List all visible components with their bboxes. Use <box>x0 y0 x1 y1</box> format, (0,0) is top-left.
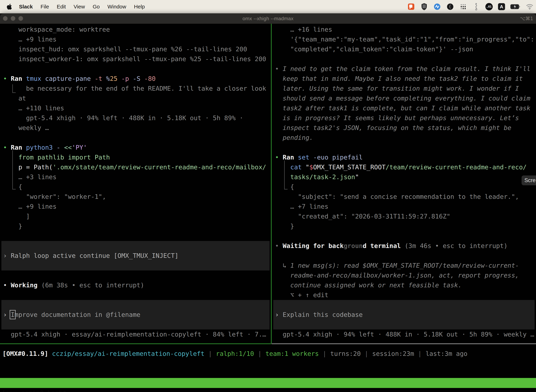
text-segment: OMX_TEAM_STATE_ROOT <box>313 163 386 171</box>
text-segment: • <box>275 154 282 161</box>
thinking-line: inspect task2's JSON, focusing on the st… <box>272 123 536 133</box>
moon-swoosh-icon[interactable] <box>446 3 454 10</box>
tmux-status-bar: [omx-cczip0:bash* "MacBook-Pro-44.local"… <box>0 378 536 388</box>
menu-go[interactable]: Go <box>93 4 100 10</box>
terminal-line-left-24 <box>1 261 270 271</box>
code-line: p = Path('.omx/state/team/review-current… <box>0 162 271 172</box>
thinking-line: is in progress? It seems likely but perh… <box>272 113 536 123</box>
status-segment: | <box>254 350 266 357</box>
command-output-line: at <box>0 93 271 103</box>
command-output-line: gpt-5.4 xhigh · 94% left · 488K in · 5.1… <box>0 113 271 123</box>
text-segment <box>275 173 290 181</box>
terminal-line-right-12 <box>272 143 536 152</box>
prompt-input[interactable]: › Explain this codebase <box>273 310 535 320</box>
status-segment: | <box>205 350 216 357</box>
status-segment: session:23m <box>372 350 414 357</box>
text-segment: 1 new msg(s): read $OMX_TEAM_STATE_ROOT/… <box>290 262 519 269</box>
menu-view[interactable]: View <box>73 4 85 10</box>
terminal-line-left-30 <box>1 320 270 330</box>
text-segment: be necessary for the end of the README. … <box>3 85 266 92</box>
terminal-line-left-22 <box>1 241 270 251</box>
text-segment: Ralph loop active continue [OMX_TMUX_INJ… <box>11 252 178 259</box>
output-connector <box>284 160 287 190</box>
text-segment: › <box>3 252 11 259</box>
menu-edit[interactable]: Edit <box>57 4 66 10</box>
prompt-input[interactable]: › Improve documentation in @filename <box>1 310 270 320</box>
shield-grid-icon[interactable] <box>420 3 428 10</box>
collapsed-lines-indicator: … +7 lines <box>272 202 536 211</box>
text-segment: "worker": "worker-1", <box>3 193 106 200</box>
config-line: inspect_hud: omx sparkshell --tmux-pane … <box>0 44 271 54</box>
working-status-line: • Working (6m 38s • esc to interrupt) <box>0 280 271 290</box>
mailbox-notice-line: continue assigned work or next feasible … <box>272 280 536 290</box>
text-segment: -euo pipefail <box>313 154 363 161</box>
config-line: workspace_mode: worktree <box>0 25 271 34</box>
battery-icon[interactable] <box>510 3 521 10</box>
tmux-pane-left[interactable]: workspace_mode: worktree … +9 lines insp… <box>0 24 271 392</box>
menu-file[interactable]: File <box>40 4 49 10</box>
battery-badge-label: ..61 <box>487 5 492 9</box>
text-segment: Ran <box>11 75 26 82</box>
text-segment: workspace_mode: worktree <box>3 26 110 33</box>
text-segment: 25 <box>110 75 121 82</box>
json-output-line: "worker": "worker-1", <box>0 192 271 202</box>
text-segment: … +16 lines <box>275 26 332 33</box>
text-segment: (6m 38s • esc to interrupt) <box>38 281 144 289</box>
ralph-loop-status-line: › Ralph loop active continue [OMX_TMUX_I… <box>1 251 270 261</box>
terminal-line-right-28 <box>273 300 535 310</box>
terminal-window: omx --xhigh --madmax ⌥⌘1 workspace_mode:… <box>0 13 536 392</box>
text-segment: task2 after task1 is complete, but can I… <box>275 104 530 112</box>
input-source-icon[interactable]: A <box>498 3 505 10</box>
ran-command-line: • Ran set -euo pipefail <box>272 152 536 162</box>
code-line: from pathlib import Path <box>0 152 271 162</box>
window-shortcut-badge: ⌥⌘1 <box>520 13 533 24</box>
text-segment: /team/review-current-readme-and-reco/ <box>386 163 527 171</box>
text-segment: • <box>3 281 11 289</box>
battery-badge-icon[interactable]: ..61 <box>485 3 493 10</box>
text-segment: "created_at": "2026-03-31T11:59:27.816Z" <box>275 213 450 220</box>
route-icon[interactable] <box>472 3 480 10</box>
blue-sync-icon[interactable] <box>433 3 441 10</box>
menu-app-name[interactable]: Slack <box>19 4 33 10</box>
screen-share-tooltip: Scre <box>522 175 536 185</box>
model-status-line: gpt-5.4 xhigh · essay/ai-reimplementatio… <box>0 330 271 339</box>
chat-app-icon[interactable] <box>407 3 415 10</box>
ran-command-line: • Ran python3 - <<'PY' <box>0 143 271 152</box>
text-segment: groun <box>344 242 363 249</box>
json-output-line: } <box>272 221 536 231</box>
terminal-line-right-23 <box>272 251 536 261</box>
window-titlebar[interactable]: omx --xhigh --madmax ⌥⌘1 <box>0 13 536 24</box>
text-segment: ⌥ + ↑ edit <box>275 291 328 299</box>
text-segment: should send a message before completing … <box>275 95 530 102</box>
text-segment: } <box>3 223 22 230</box>
tmux-session-label[interactable]: [omx-cczip0:bash* <box>2 388 67 392</box>
text-segment: I need to get the claim token from the c… <box>282 65 530 72</box>
status-segment: cczip/essay/ai-reimplementation-copyleft <box>52 350 205 357</box>
status-segment: turns:20 <box>330 350 361 357</box>
text-segment: inspect_worker-1: omx sparkshell --tmux-… <box>3 55 266 62</box>
status-segment: [OMX#0.11.9] <box>2 350 52 357</box>
text-segment: from pathlib import Path <box>3 154 110 161</box>
config-line: inspect_worker-1: omx sparkshell --tmux-… <box>0 54 271 64</box>
text-segment: Waiting for back <box>282 242 344 249</box>
menu-help[interactable]: Help <box>134 4 145 10</box>
text-segment: (3m 46s • esc to interrupt) <box>401 242 507 249</box>
apple-menu-icon[interactable] <box>7 3 13 10</box>
tmux-pane-right[interactable]: … +16 lines '{"team_name":"my-team","tas… <box>272 24 536 392</box>
dots-grid-icon[interactable] <box>459 3 467 10</box>
text-segment: inspect task2's JSON, focusing on the st… <box>275 124 511 131</box>
text-segment: mprove documentation in @filename <box>14 311 140 318</box>
pane-divider-vertical[interactable] <box>271 24 272 344</box>
omx-session-status-line: [OMX#0.11.9] cczip/essay/ai-reimplementa… <box>2 349 467 359</box>
text-segment: pending. <box>275 134 313 141</box>
text-segment: "subject": "send a concise recommendatio… <box>275 193 519 200</box>
text-segment: … +3 lines <box>3 173 57 181</box>
menu-window[interactable]: Window <box>107 4 126 10</box>
mailbox-notice-line: readme-and-reco/mailbox/worker-1.json, a… <box>272 271 536 280</box>
text-segment: $ <box>309 163 313 171</box>
text-segment: Explain this codebase <box>282 311 363 318</box>
text-segment: cat <box>290 163 306 171</box>
wifi-icon[interactable] <box>526 3 534 10</box>
text-segment: tasks/task-2.json <box>290 173 355 181</box>
text-segment: - <box>57 144 64 151</box>
